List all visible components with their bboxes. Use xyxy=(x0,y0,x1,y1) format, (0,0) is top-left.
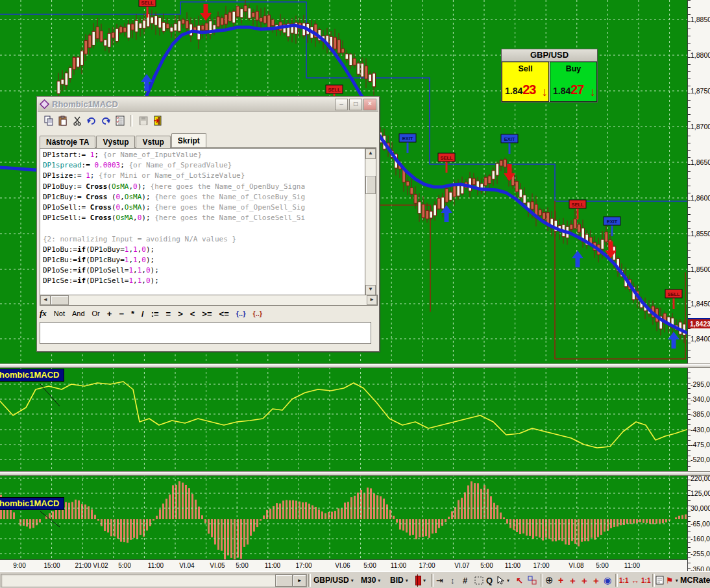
buy-price-big: 1.84 xyxy=(553,86,570,96)
refresh-globe-button[interactable]: ◉ xyxy=(604,572,611,588)
pan-cross-button[interactable]: + xyxy=(570,572,576,588)
alert-flag-dropdown[interactable]: ⚑▾ xyxy=(666,572,678,588)
zoom-in-button[interactable]: ⊕ xyxy=(545,572,554,588)
formula-op-<[interactable]: < xyxy=(190,309,195,319)
rates-dropdown[interactable]: MCRates ▾ xyxy=(680,572,710,588)
formula-op-/[interactable]: / xyxy=(141,309,144,319)
maximize-button[interactable]: □ xyxy=(349,99,362,110)
timeframe-dropdown[interactable]: M30 ▾ xyxy=(361,572,380,588)
symbol-dropdown[interactable]: GBP/USD ▾ xyxy=(313,572,354,588)
scroll-down-icon[interactable]: ▼ xyxy=(365,285,376,295)
formula-op->[interactable]: > xyxy=(178,309,183,319)
svg-text:SELL: SELL xyxy=(328,87,341,93)
redo-icon[interactable] xyxy=(99,114,113,127)
time-axis-label: VI.02 xyxy=(93,562,108,569)
tab-skript[interactable]: Skript xyxy=(171,133,206,147)
time-axis-label: 5:00 xyxy=(596,562,608,569)
close-button[interactable]: × xyxy=(363,99,376,110)
chart-style-dropdown[interactable]: ▾ xyxy=(415,572,426,588)
formula-input[interactable] xyxy=(40,322,371,344)
chart-hscrollbar-thumb[interactable] xyxy=(275,574,293,587)
time-axis-label: 11:00 xyxy=(505,562,520,569)
script-check-icon[interactable] xyxy=(113,114,127,127)
indicator2-label[interactable]: hombic1MACD xyxy=(0,497,64,510)
draw-arrow-button[interactable]: ↖ xyxy=(516,572,523,588)
time-axis-label: 17:00 xyxy=(533,562,549,569)
dashed-select-icon xyxy=(474,576,484,585)
formula-op-+[interactable]: + xyxy=(107,309,112,319)
price-axis[interactable]: 1,88501,88001,87501,87001,86501,86001,85… xyxy=(687,0,710,571)
scroll-right-icon[interactable]: ► xyxy=(367,295,377,305)
report-page-button[interactable] xyxy=(655,572,664,588)
formula-op-−[interactable]: − xyxy=(119,309,124,319)
tab-nástroje-ta[interactable]: Nástroje TA xyxy=(40,136,95,149)
quote-window-button[interactable]: Q xyxy=(486,572,493,588)
cursor-select-dropdown[interactable]: ▾ xyxy=(496,572,509,588)
time-axis-label: VI.08 xyxy=(569,562,583,569)
scale-1-1-button[interactable]: 1:1 xyxy=(619,572,628,588)
timeframe-label: M30 xyxy=(361,576,376,585)
candlestick-icon xyxy=(415,576,421,585)
script-code-editor[interactable]: DP1start:= 1; {or Name_of_InputValue}DP1… xyxy=(40,148,370,296)
indicator1-label[interactable]: hombic1MACD xyxy=(0,369,64,382)
copy-icon[interactable] xyxy=(42,114,56,127)
formula-op->=[interactable]: >= xyxy=(202,309,212,319)
formula-op-=[interactable]: = xyxy=(166,309,171,319)
expand-horizontal-button[interactable]: ↔ xyxy=(631,572,639,588)
chevron-down-icon: ▾ xyxy=(507,578,509,583)
chart-hscrollbar-track[interactable] xyxy=(1,574,307,587)
exit-door-icon[interactable] xyxy=(151,114,165,127)
buy-quote-button[interactable]: Buy 1.8427 ↓ xyxy=(550,62,597,102)
dialog-titlebar[interactable]: Rhombic1MACD – □ × xyxy=(38,97,378,112)
scroll-up-icon[interactable]: ▲ xyxy=(365,149,376,159)
formula-op-{..}[interactable]: {..} xyxy=(252,310,262,317)
paste-icon[interactable] xyxy=(56,114,70,127)
sell-quote-button[interactable]: Sell 1.8423 ↓ xyxy=(502,62,549,102)
grid-toggle-button[interactable]: # xyxy=(463,572,467,588)
minimize-button[interactable]: – xyxy=(335,99,348,110)
formula-op-{..}[interactable]: {..} xyxy=(236,310,246,317)
code-line: DP1cSe:=if(DP1cSell=1,1,0); xyxy=(43,276,369,286)
panel-splitter[interactable] xyxy=(0,363,710,368)
pan-cross-2-button[interactable]: + xyxy=(581,572,587,588)
save-icon-disabled[interactable] xyxy=(136,114,151,127)
compress-button[interactable]: + xyxy=(558,572,563,588)
chart-scroll-right-icon[interactable]: ▸ xyxy=(293,574,306,587)
code-line xyxy=(43,223,369,234)
goto-end-button[interactable]: ⇥ xyxy=(436,572,443,588)
price-axis-label: 1,8850 xyxy=(691,16,710,23)
rhombus-app-icon xyxy=(40,99,49,109)
tab-vstup[interactable]: Vstup xyxy=(136,136,170,149)
panel-splitter[interactable] xyxy=(0,471,710,476)
hscroll-thumb[interactable] xyxy=(51,295,69,305)
formula-op-And[interactable]: And xyxy=(72,310,85,317)
price-type-dropdown[interactable]: BID ▾ xyxy=(390,572,408,588)
price-axis-label: 1,8550 xyxy=(691,230,710,238)
formula-op-fx[interactable]: fx xyxy=(40,308,47,319)
scroll-left-icon[interactable]: ◄ xyxy=(40,295,51,305)
formula-toolbar: fxNotAndOr+−*/:==><>=<={..}{..} xyxy=(40,307,376,320)
undo-icon[interactable] xyxy=(84,114,99,127)
time-axis[interactable]: 9:0015:0021:00VI.025:0011:00VI.04VI.055:… xyxy=(0,559,687,572)
chevron-down-icon: ▾ xyxy=(423,578,426,583)
svg-text:EXIT: EXIT xyxy=(402,136,413,141)
draw-shapes-button[interactable] xyxy=(528,572,537,588)
formula-op-:=[interactable]: := xyxy=(151,309,159,319)
formula-op-Not[interactable]: Not xyxy=(54,310,65,317)
vscroll-thumb[interactable] xyxy=(365,176,376,194)
pan-cross-3-button[interactable]: + xyxy=(593,572,599,588)
code-horizontal-scrollbar[interactable]: ◄ ► xyxy=(40,295,378,306)
draw-arrow-icon: ↖ xyxy=(516,576,523,585)
indicator2-axis-label: -255,000 xyxy=(691,550,710,557)
scale-1-1-alt-button[interactable]: 1:1 xyxy=(641,572,650,588)
toolbar-separator xyxy=(652,574,655,587)
fit-vertical-button[interactable]: ↕ xyxy=(450,572,455,588)
formula-op-<=[interactable]: <= xyxy=(219,309,229,319)
select-region-button[interactable] xyxy=(474,572,484,588)
formula-op-*[interactable]: * xyxy=(131,309,134,319)
tab-výstup[interactable]: Výstup xyxy=(96,136,135,149)
code-vertical-scrollbar[interactable]: ▲ ▼ xyxy=(365,148,376,296)
script-editor-dialog: Rhombic1MACD – □ × Nástroje TAVýstupVstu… xyxy=(36,96,380,352)
formula-op-Or[interactable]: Or xyxy=(92,310,100,317)
cut-icon[interactable] xyxy=(70,114,84,127)
